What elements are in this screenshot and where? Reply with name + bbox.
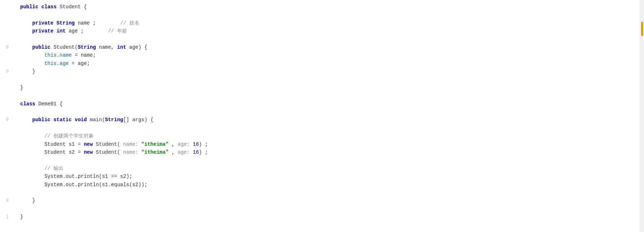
method-main: main [90, 116, 102, 124]
paren-close: ) [138, 43, 141, 51]
space [66, 140, 68, 148]
line-num-18 [0, 140, 12, 148]
this-keyword: this [44, 51, 57, 59]
keyword-public3: public [32, 116, 50, 124]
space [87, 116, 90, 124]
code-line-13: class Deme01 { [20, 100, 640, 108]
code-line-17: // 创建两个学生对象 [20, 132, 640, 140]
line-num-9: 0 [0, 67, 12, 75]
indent [20, 43, 32, 51]
comment-name: // 姓名 [120, 19, 139, 27]
spaces [96, 19, 120, 27]
line-num-14 [0, 108, 12, 116]
dot5: . [63, 181, 66, 189]
indent3 [20, 67, 32, 75]
line-num-11 [0, 84, 12, 92]
line-num-16 [0, 124, 12, 132]
indent7 [20, 197, 32, 205]
println1: println [78, 172, 99, 180]
var-s1: s1 [68, 140, 75, 148]
keyword-void: void [75, 116, 87, 124]
brace-open: { [81, 3, 87, 11]
dot4: . [75, 172, 77, 180]
keyword-new2: new [84, 148, 93, 156]
line-num-19 [0, 148, 12, 156]
indent2b [20, 60, 44, 67]
line-num-22 [0, 172, 12, 180]
space [66, 27, 68, 35]
space [126, 43, 129, 51]
line-num-3 [0, 19, 12, 27]
indent6c [20, 181, 44, 189]
line-numbers: 0 0 0 0 } [0, 0, 14, 232]
code-line-10 [20, 76, 640, 84]
dot2: . [57, 60, 59, 67]
assign2: = [68, 60, 77, 67]
field-age: age [68, 27, 77, 35]
var-age: age [78, 60, 87, 67]
comment-age: // 年龄 [108, 27, 127, 35]
line-num-26 [0, 205, 12, 213]
param-label-name1: name: [123, 140, 138, 148]
line-num-20 [0, 156, 12, 164]
param-label-age1: age: [178, 140, 190, 148]
field-name: name [78, 19, 90, 27]
line-num-15: 0 [0, 116, 12, 124]
semi2: ; [87, 60, 90, 67]
assign4: = [78, 148, 81, 156]
indent6b [20, 172, 44, 180]
brace-open4: { [147, 116, 154, 124]
out-field2: out [66, 181, 75, 189]
code-line-8: this . age = age ; [20, 60, 640, 67]
brace-open3: { [57, 100, 63, 108]
type-string: String [57, 19, 75, 27]
comment-create: // 创建两个学生对象 [44, 132, 94, 140]
number-16-2: 16 [193, 148, 199, 156]
assign3: = [78, 140, 81, 148]
scrollbar-thumb[interactable] [641, 22, 643, 36]
line-num-4 [0, 27, 12, 35]
line-num-6: 0 [0, 43, 12, 51]
class-name-student: Student [59, 3, 81, 11]
line-num-5 [0, 35, 12, 43]
code-line-2 [20, 11, 640, 19]
field-age-access: age [59, 60, 68, 67]
code-line-24 [20, 189, 640, 197]
space [96, 43, 99, 51]
number-16-1: 16 [193, 140, 199, 148]
keyword-public: public [20, 3, 38, 11]
keyword-private2: private [32, 27, 54, 35]
line-num-13 [0, 100, 12, 108]
s1-ref2: s1 [102, 181, 108, 189]
semi5: ; [129, 172, 132, 180]
line-num-7 [0, 51, 12, 59]
param-name-age: age [129, 43, 138, 51]
close-brace-student: } [20, 84, 23, 92]
field-name-access: name [59, 51, 72, 59]
param-label-age2: age: [178, 148, 190, 156]
keyword-class: class [41, 3, 57, 11]
code-line-11: } [20, 84, 640, 92]
comma: , [111, 43, 117, 51]
scrollbar[interactable] [640, 0, 644, 232]
code-line-25: } [20, 197, 640, 205]
code-line-12 [20, 92, 640, 100]
dot1: . [57, 51, 59, 59]
code-line-1: public class Student { [20, 3, 640, 11]
line-num-12 [0, 92, 12, 100]
space [75, 148, 77, 156]
paren-close5: ) [126, 172, 129, 180]
semi6: ; [145, 181, 147, 189]
code-line-6: public Student ( String name , int age )… [20, 43, 640, 51]
code-content[interactable]: public class Student { private String na… [14, 0, 640, 232]
indent [20, 27, 32, 35]
space [138, 148, 141, 156]
s2-ref1: s2 [120, 172, 126, 180]
space [138, 140, 141, 148]
space [53, 27, 56, 35]
space [190, 148, 193, 156]
space [72, 116, 75, 124]
system-class2: System [44, 181, 62, 189]
param-label-name2: name: [123, 148, 138, 156]
code-line-9: } [20, 67, 640, 75]
